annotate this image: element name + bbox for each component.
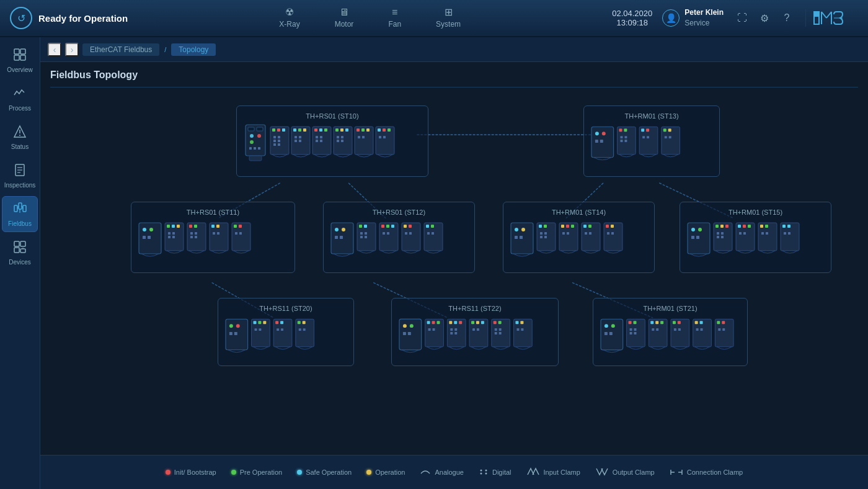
svg-rect-160 xyxy=(391,225,394,228)
device-group-st20: TH+RS11 (ST20) xyxy=(218,298,354,366)
tab-fan[interactable]: ≡ Fan xyxy=(371,0,418,36)
group-st20-label: TH+RS11 (ST20) xyxy=(224,305,347,312)
svg-rect-89 xyxy=(383,128,386,132)
svg-rect-209 xyxy=(725,225,728,228)
tab-fan-label: Fan xyxy=(388,20,401,29)
svg-point-175 xyxy=(521,228,525,231)
breadcrumb-back-button[interactable]: ‹ xyxy=(48,43,61,56)
svg-rect-271 xyxy=(471,321,474,324)
group-st15-modules xyxy=(686,220,825,260)
device-group-st11: TH+RS01 (ST11) xyxy=(131,202,295,273)
help-button[interactable]: ? xyxy=(778,9,795,27)
svg-line-3 xyxy=(822,12,826,18)
svg-rect-264 xyxy=(454,321,457,324)
svg-rect-265 xyxy=(459,321,462,324)
svg-rect-114 xyxy=(669,136,671,138)
breadcrumb-bar: ‹ › EtherCAT Fieldbus / Topology › xyxy=(40,37,868,62)
sidebar-item-inspections[interactable]: Inspections xyxy=(2,158,38,194)
svg-rect-70 xyxy=(320,136,322,138)
svg-rect-258 xyxy=(432,321,435,324)
ims-logo xyxy=(805,9,858,27)
tab-system[interactable]: ⊞ System xyxy=(418,0,478,36)
svg-rect-55 xyxy=(273,143,276,146)
svg-point-290 xyxy=(611,324,615,328)
svg-rect-24 xyxy=(14,241,19,246)
svg-point-289 xyxy=(604,324,608,328)
device-group-st13: TH+RM01 (ST13) xyxy=(583,105,720,177)
svg-rect-111 xyxy=(663,128,666,132)
process-label: Process xyxy=(9,105,31,112)
svg-rect-250 xyxy=(303,328,306,331)
svg-point-13 xyxy=(19,135,20,136)
svg-rect-188 xyxy=(571,225,574,228)
ec-coupler-st10 xyxy=(243,123,268,164)
svg-rect-301 xyxy=(650,321,653,324)
svg-rect-215 xyxy=(738,225,741,228)
svg-rect-118 xyxy=(143,236,146,239)
legend-connectionclamp: Connection Clamp xyxy=(670,467,743,478)
svg-rect-155 xyxy=(360,236,363,238)
breadcrumb-forward-button[interactable]: › xyxy=(65,43,79,56)
sidebar-item-fieldbus[interactable]: Fieldbus xyxy=(2,196,38,232)
svg-rect-308 xyxy=(678,321,681,324)
ec-modules-st15 xyxy=(686,220,823,260)
svg-rect-279 xyxy=(495,328,497,331)
svg-rect-9 xyxy=(14,55,19,60)
svg-rect-266 xyxy=(450,328,453,331)
ec-modules-st11 xyxy=(138,220,286,260)
svg-rect-20 xyxy=(23,205,26,212)
svg-rect-68 xyxy=(324,128,327,132)
svg-rect-138 xyxy=(213,232,215,235)
svg-rect-54 xyxy=(278,140,280,142)
svg-rect-101 xyxy=(621,136,623,138)
svg-point-202 xyxy=(691,228,695,231)
svg-point-95 xyxy=(602,132,606,135)
svg-rect-310 xyxy=(678,328,681,331)
group-st20-modules xyxy=(224,316,347,356)
svg-rect-164 xyxy=(404,225,407,228)
tab-xray[interactable]: ☢ X-Ray xyxy=(262,0,317,36)
overview-label: Overview xyxy=(7,66,33,73)
analogue-icon xyxy=(420,467,431,478)
svg-rect-167 xyxy=(409,232,412,235)
sidebar-item-overview[interactable]: Overview xyxy=(2,42,38,78)
svg-rect-84 xyxy=(366,128,370,132)
breadcrumb-ethercat[interactable]: EtherCAT Fieldbus xyxy=(82,43,159,56)
settings-button[interactable]: ⚙ xyxy=(756,9,773,27)
svg-rect-309 xyxy=(674,328,676,331)
header-right: 02.04.202013:09:18 👤 Peter Klein Service… xyxy=(602,0,868,36)
svg-rect-64 xyxy=(299,140,301,142)
svg-rect-50 xyxy=(282,128,285,132)
fullscreen-button[interactable]: ⛶ xyxy=(733,9,751,27)
sidebar-item-devices[interactable]: Devices xyxy=(2,235,38,271)
tab-motor[interactable]: 🖥 Motor xyxy=(317,0,371,36)
svg-rect-217 xyxy=(748,225,751,228)
svg-rect-257 xyxy=(427,321,430,324)
ec-modules-st10 xyxy=(269,123,405,164)
svg-rect-295 xyxy=(634,321,637,324)
status-icon xyxy=(13,125,27,141)
svg-rect-268 xyxy=(450,332,453,334)
svg-point-174 xyxy=(515,228,518,231)
group-st15-label: TH+RM01 (ST15) xyxy=(686,209,825,216)
svg-rect-156 xyxy=(365,236,367,238)
breadcrumb-topology[interactable]: Topology xyxy=(171,43,216,56)
sidebar-item-status[interactable]: Status xyxy=(2,119,38,155)
group-st10-label: TH+RS01 (ST10) xyxy=(243,112,422,120)
svg-rect-72 xyxy=(320,140,322,142)
svg-point-94 xyxy=(595,132,599,135)
svg-rect-275 xyxy=(477,328,479,331)
ec-modules-st14 xyxy=(510,220,646,260)
svg-rect-278 xyxy=(498,321,502,324)
svg-rect-238 xyxy=(263,321,266,324)
sidebar-item-process[interactable]: Process xyxy=(2,81,38,117)
svg-rect-158 xyxy=(381,225,384,228)
inspections-icon xyxy=(13,163,27,180)
user-text: Peter Klein Service xyxy=(684,7,724,29)
legend-dot-safeoperation xyxy=(297,470,302,475)
svg-point-146 xyxy=(335,228,339,231)
svg-rect-159 xyxy=(386,225,389,228)
process-icon xyxy=(13,86,27,103)
svg-rect-286 xyxy=(516,328,519,331)
inspections-label: Inspections xyxy=(4,182,36,189)
